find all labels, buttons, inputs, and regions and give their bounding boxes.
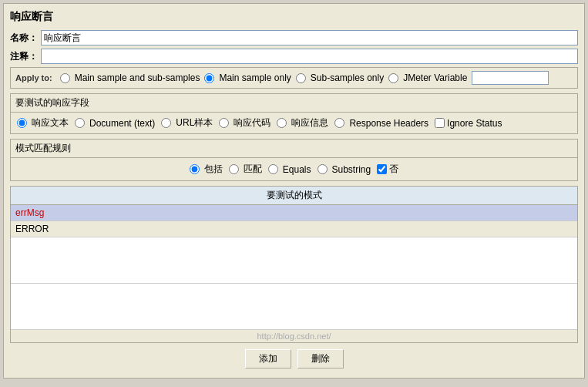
rf-doc-label: Document (text) xyxy=(89,118,155,129)
apply-jmeter-option[interactable]: JMeter Variable xyxy=(388,72,467,83)
rf-url-radio[interactable] xyxy=(161,118,171,128)
pattern-row-error[interactable]: ERROR xyxy=(11,221,577,237)
apply-sub-label: Sub-samples only xyxy=(311,72,384,83)
apply-sub-radio[interactable] xyxy=(296,73,306,83)
pattern-match-section: 模式匹配规则 包括 匹配 Equals Substring 否 xyxy=(10,139,578,181)
rf-headers-label: Response Headers xyxy=(349,118,428,129)
apply-main-label: Main sample only xyxy=(219,72,291,83)
response-fields-content: 响应文本 Document (text) URL样本 响应代码 响应信息 xyxy=(11,113,577,133)
pattern-table: errMsg ERROR xyxy=(11,205,577,330)
ignore-status-label: Ignore Status xyxy=(447,118,502,129)
add-button[interactable]: 添加 xyxy=(245,349,291,368)
pm-match-option[interactable]: 匹配 xyxy=(229,163,262,176)
rf-doc-option[interactable]: Document (text) xyxy=(75,118,155,129)
comment-row: 注释： xyxy=(10,49,578,64)
rf-text-label: 响应文本 xyxy=(32,116,69,130)
apply-to-label: Apply to: xyxy=(15,73,52,82)
apply-main-radio[interactable] xyxy=(204,73,214,83)
pm-negate-option[interactable]: 否 xyxy=(377,163,398,176)
test-patterns-header: 要测试的模式 xyxy=(11,187,577,205)
response-fields-section: 要测试的响应字段 响应文本 Document (text) URL样本 响应代码 xyxy=(10,93,578,134)
watermark: http://blog.csdn.net/ xyxy=(11,330,577,342)
pattern-value-error: ERROR xyxy=(15,224,49,234)
pm-equals-option[interactable]: Equals xyxy=(268,164,311,175)
pattern-match-row: 包括 匹配 Equals Substring 否 xyxy=(11,158,577,180)
pm-negate-label: 否 xyxy=(389,163,398,176)
rf-url-label: URL样本 xyxy=(176,116,213,130)
pm-substring-label: Substring xyxy=(332,164,371,175)
buttons-row: 添加 删除 xyxy=(10,349,578,368)
apply-main-sub-option[interactable]: Main sample and sub-samples xyxy=(60,72,200,83)
ignore-status-checkbox[interactable] xyxy=(435,118,445,128)
pm-match-radio[interactable] xyxy=(229,164,239,174)
rf-text-option[interactable]: 响应文本 xyxy=(17,116,69,130)
pattern-row-empty2 xyxy=(11,284,577,330)
comment-input[interactable] xyxy=(41,49,578,64)
rf-headers-radio[interactable] xyxy=(334,118,344,128)
rf-url-option[interactable]: URL样本 xyxy=(161,116,213,130)
name-row: 名称： xyxy=(10,30,578,45)
pattern-row-errmsg[interactable]: errMsg xyxy=(11,205,577,221)
pattern-row-empty1 xyxy=(11,237,577,284)
pm-substring-radio[interactable] xyxy=(318,164,328,174)
response-fields-row: 响应文本 Document (text) URL样本 响应代码 响应信息 xyxy=(17,116,571,130)
rf-code-option[interactable]: 响应代码 xyxy=(219,116,270,130)
response-fields-header: 要测试的响应字段 xyxy=(11,94,577,113)
delete-button[interactable]: 删除 xyxy=(297,349,344,368)
rf-text-radio[interactable] xyxy=(17,118,27,128)
name-input[interactable] xyxy=(41,30,578,45)
pattern-value-errmsg: errMsg xyxy=(15,207,44,218)
pm-contains-label: 包括 xyxy=(204,163,223,176)
apply-to-section: Apply to: Main sample and sub-samples Ma… xyxy=(10,67,578,89)
rf-code-label: 响应代码 xyxy=(234,116,270,130)
apply-jmeter-label: JMeter Variable xyxy=(403,72,467,83)
rf-msg-option[interactable]: 响应信息 xyxy=(277,116,328,130)
jmeter-var-input[interactable] xyxy=(472,71,549,85)
apply-main-option[interactable]: Main sample only xyxy=(204,72,291,83)
name-label: 名称： xyxy=(10,32,38,45)
rf-msg-label: 响应信息 xyxy=(291,116,328,130)
apply-jmeter-radio[interactable] xyxy=(388,73,398,83)
ignore-status-option[interactable]: Ignore Status xyxy=(435,118,502,129)
pm-substring-option[interactable]: Substring xyxy=(318,164,371,175)
pm-equals-radio[interactable] xyxy=(268,164,278,174)
comment-label: 注释： xyxy=(10,50,38,63)
pm-contains-radio[interactable] xyxy=(190,164,200,174)
rf-code-radio[interactable] xyxy=(219,118,229,128)
pm-match-label: 匹配 xyxy=(244,163,262,176)
rf-msg-radio[interactable] xyxy=(277,118,287,128)
pm-equals-label: Equals xyxy=(283,164,311,175)
apply-main-sub-radio[interactable] xyxy=(60,73,70,83)
apply-main-sub-label: Main sample and sub-samples xyxy=(75,72,200,83)
pm-contains-option[interactable]: 包括 xyxy=(190,163,223,176)
pattern-match-header: 模式匹配规则 xyxy=(11,140,577,158)
rf-doc-radio[interactable] xyxy=(75,118,85,128)
pm-negate-checkbox[interactable] xyxy=(377,164,387,174)
main-panel: 响应断言 名称： 注释： Apply to: Main sample and s… xyxy=(3,3,585,379)
rf-headers-option[interactable]: Response Headers xyxy=(334,118,428,129)
apply-sub-option[interactable]: Sub-samples only xyxy=(296,72,384,83)
test-patterns-section: 要测试的模式 errMsg ERROR http://blog.csdn.net… xyxy=(10,186,578,343)
panel-title: 响应断言 xyxy=(10,10,578,24)
apply-to-row: Apply to: Main sample and sub-samples Ma… xyxy=(15,71,573,85)
